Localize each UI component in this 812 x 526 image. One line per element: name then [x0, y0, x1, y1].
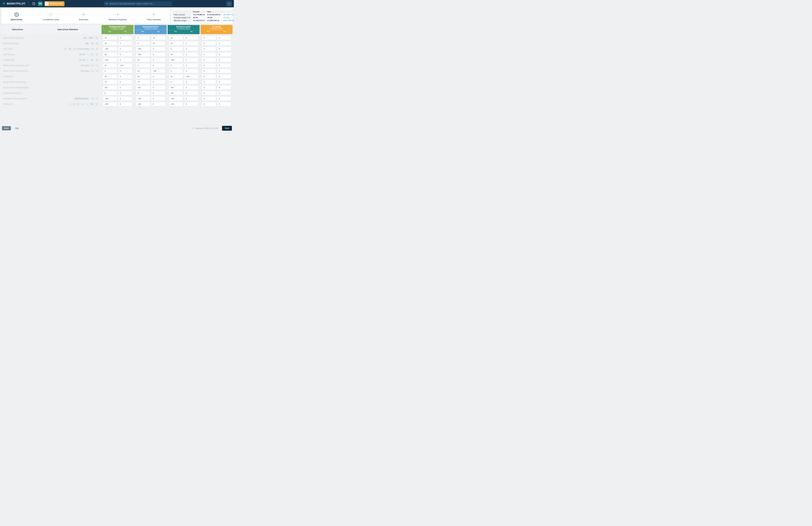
- conf-input-yes[interactable]: 0: [202, 74, 216, 78]
- conf-input-yes[interactable]: -100: [103, 97, 117, 101]
- conf-input-yes[interactable]: 40: [169, 52, 183, 57]
- conf-input-no[interactable]: 0: [118, 91, 132, 95]
- conf-input-no[interactable]: 0: [217, 36, 231, 40]
- conf-input-no[interactable]: 0: [118, 69, 132, 73]
- conf-input-yes[interactable]: 20: [136, 69, 150, 73]
- user-avatar[interactable]: [227, 1, 232, 6]
- conf-input-no[interactable]: 0: [184, 97, 198, 101]
- conf-input-yes[interactable]: 0: [202, 97, 216, 101]
- conf-input-yes[interactable]: -200: [169, 58, 183, 62]
- conf-input-no[interactable]: 0: [217, 47, 231, 51]
- conf-input-no[interactable]: 0: [151, 63, 165, 68]
- conf-input-no[interactable]: 0: [118, 41, 132, 45]
- conf-input-yes[interactable]: -200: [136, 52, 150, 57]
- conf-input-no[interactable]: 0: [184, 47, 198, 51]
- conf-input-no[interactable]: 0: [118, 74, 132, 78]
- conf-input-yes[interactable]: 0: [202, 36, 216, 40]
- conf-input-yes[interactable]: 5: [169, 80, 183, 84]
- conf-input-yes[interactable]: 20: [103, 63, 117, 68]
- conf-input-no[interactable]: 0: [151, 74, 165, 78]
- conf-input-yes[interactable]: 0: [103, 69, 117, 73]
- conf-input-no[interactable]: 0: [151, 47, 165, 51]
- conf-input-no[interactable]: 0: [217, 74, 231, 78]
- conf-input-no[interactable]: 0: [118, 47, 132, 51]
- conf-input-no[interactable]: -100: [118, 63, 132, 68]
- conf-input-yes[interactable]: 0: [136, 91, 150, 95]
- conf-input-yes[interactable]: 0: [169, 47, 183, 51]
- conf-input-no[interactable]: 0: [151, 80, 165, 84]
- conf-input-yes[interactable]: 100: [103, 85, 117, 90]
- conf-input-no[interactable]: 0: [217, 85, 231, 90]
- conf-input-no[interactable]: 20: [151, 36, 165, 40]
- conf-input-yes[interactable]: -200: [136, 102, 150, 106]
- conf-input-no[interactable]: 0: [184, 41, 198, 45]
- conf-input-no[interactable]: 0: [184, 63, 198, 68]
- conf-input-yes[interactable]: 0: [202, 58, 216, 62]
- conf-input-yes[interactable]: 0: [136, 41, 150, 45]
- conf-input-no[interactable]: 0: [184, 102, 198, 106]
- conf-input-yes[interactable]: -200: [103, 102, 117, 106]
- conf-input-no[interactable]: 0: [118, 85, 132, 90]
- conf-input-yes[interactable]: 70: [103, 80, 117, 84]
- conf-input-yes[interactable]: 30: [103, 74, 117, 78]
- conf-input-yes[interactable]: 0: [202, 52, 216, 57]
- exit-button[interactable]: Exit: [13, 126, 21, 130]
- search-bar[interactable]: [104, 1, 172, 6]
- next-button[interactable]: Next: [222, 126, 232, 131]
- conf-input-no[interactable]: 0: [184, 85, 198, 90]
- step-4[interactable]: 4Revenue Projection: [108, 13, 127, 21]
- conf-input-no[interactable]: 0: [118, 36, 132, 40]
- conf-input-no[interactable]: -100: [151, 69, 165, 73]
- conf-input-yes[interactable]: 0: [202, 63, 216, 68]
- search-input[interactable]: [109, 2, 170, 5]
- conf-input-yes[interactable]: 20: [169, 41, 183, 45]
- analytics-icon[interactable]: [31, 1, 36, 6]
- conf-input-yes[interactable]: 0: [169, 69, 183, 73]
- conf-input-yes[interactable]: 0: [202, 85, 216, 90]
- conf-input-yes[interactable]: 40: [136, 58, 150, 62]
- conf-input-no[interactable]: 20: [151, 41, 165, 45]
- conf-input-no[interactable]: 0: [184, 91, 198, 95]
- priceguide-badge[interactable]: G PRICEGUIDE: [44, 1, 64, 6]
- conf-input-no[interactable]: 0: [151, 58, 165, 62]
- conf-input-yes[interactable]: 0: [136, 63, 150, 68]
- conf-input-yes[interactable]: 0: [202, 91, 216, 95]
- conf-input-yes[interactable]: 0: [169, 63, 183, 68]
- conf-input-yes[interactable]: 30: [169, 74, 183, 78]
- conf-input-yes[interactable]: 0: [103, 91, 117, 95]
- back-button[interactable]: Back: [2, 126, 11, 130]
- conf-input-no[interactable]: 0: [151, 52, 165, 57]
- conf-input-no[interactable]: -100: [184, 74, 198, 78]
- conf-input-no[interactable]: 0: [217, 91, 231, 95]
- conf-input-no[interactable]: 0: [118, 58, 132, 62]
- conf-input-yes[interactable]: 0: [136, 36, 150, 40]
- conf-input-yes[interactable]: 100: [136, 85, 150, 90]
- conf-input-yes[interactable]: 20: [103, 41, 117, 45]
- conf-input-no[interactable]: 0: [151, 91, 165, 95]
- conf-input-no[interactable]: 0: [151, 97, 165, 101]
- conf-input-yes[interactable]: 0: [202, 80, 216, 84]
- conf-input-no[interactable]: 0: [217, 97, 231, 101]
- pr-module-icon[interactable]: PR: [38, 1, 43, 6]
- conf-input-no[interactable]: 0: [217, 58, 231, 62]
- conf-input-no[interactable]: 0: [217, 41, 231, 45]
- conf-input-no[interactable]: 0: [217, 102, 231, 106]
- conf-input-yes[interactable]: 0: [202, 69, 216, 73]
- conf-input-yes[interactable]: 0: [202, 47, 216, 51]
- conf-input-yes[interactable]: -200: [103, 58, 117, 62]
- conf-input-yes[interactable]: -200: [169, 102, 183, 106]
- conf-input-no[interactable]: 0: [184, 36, 198, 40]
- step-3[interactable]: 3Execution: [79, 13, 88, 21]
- conf-input-yes[interactable]: -100: [136, 97, 150, 101]
- conf-input-yes[interactable]: 0: [202, 41, 216, 45]
- conf-input-no[interactable]: 0: [217, 63, 231, 68]
- conf-input-yes[interactable]: -100: [169, 97, 183, 101]
- conf-input-no[interactable]: 0: [217, 52, 231, 57]
- conf-input-yes[interactable]: 0: [202, 102, 216, 106]
- conf-input-no[interactable]: 0: [184, 69, 198, 73]
- conf-input-yes[interactable]: 30: [136, 74, 150, 78]
- step-2[interactable]: 2Confidence Level: [43, 13, 59, 21]
- conf-input-no[interactable]: 0: [184, 52, 198, 57]
- conf-input-yes[interactable]: 100: [169, 91, 183, 95]
- conf-input-no[interactable]: 0: [118, 52, 132, 57]
